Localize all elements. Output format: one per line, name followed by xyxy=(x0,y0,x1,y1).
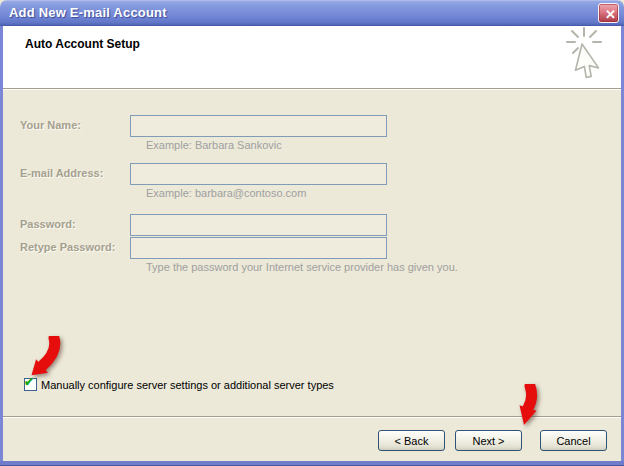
password-hint: Type the password your Internet service … xyxy=(146,261,458,273)
titlebar: Add New E-mail Account ✕ xyxy=(0,0,624,26)
retype-password-input[interactable] xyxy=(130,237,387,259)
window-title: Add New E-mail Account xyxy=(9,5,167,20)
manual-configure-checkbox[interactable]: ✔ xyxy=(24,378,37,391)
manual-configure-label[interactable]: Manually configure server settings or ad… xyxy=(41,379,334,391)
password-label: Password: xyxy=(20,218,76,230)
click-cursor-starburst-icon xyxy=(563,27,607,85)
retype-password-label: Retype Password: xyxy=(20,241,115,253)
add-new-email-account-dialog: Add New E-mail Account ✕ Auto Account Se… xyxy=(0,0,624,466)
wizard-header xyxy=(3,26,621,89)
back-button[interactable]: < Back xyxy=(378,430,445,451)
your-name-input[interactable] xyxy=(130,115,387,137)
your-name-label: Your Name: xyxy=(20,119,81,131)
cancel-button[interactable]: Cancel xyxy=(540,430,607,451)
button-area-divider xyxy=(3,416,621,417)
checkmark-icon: ✔ xyxy=(24,376,34,389)
window-border-bottom xyxy=(0,461,624,466)
password-input[interactable] xyxy=(130,214,387,236)
next-button[interactable]: Next > xyxy=(455,430,522,451)
window-border-left xyxy=(0,26,3,466)
email-address-example: Example: barbara@contoso.com xyxy=(146,187,306,199)
close-button[interactable]: ✕ xyxy=(598,3,619,23)
email-address-label: E-mail Address: xyxy=(20,167,103,179)
page-title: Auto Account Setup xyxy=(25,37,140,51)
close-icon: ✕ xyxy=(605,7,616,22)
annotation-arrow-next xyxy=(506,384,546,430)
your-name-example: Example: Barbara Sankovic xyxy=(146,139,282,151)
email-address-input[interactable] xyxy=(130,163,387,185)
